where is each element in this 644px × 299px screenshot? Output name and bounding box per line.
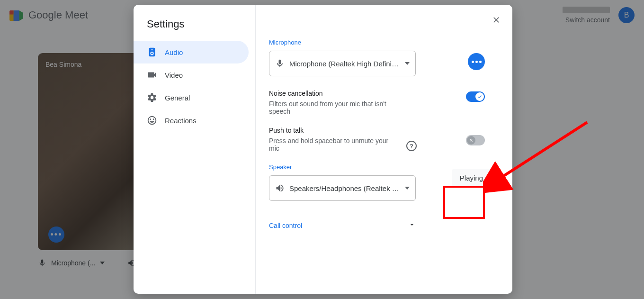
nav-label-general: General xyxy=(165,94,190,102)
videocam-icon xyxy=(147,70,157,80)
speaker-value: Speakers/Headphones (Realtek Hig... xyxy=(289,184,400,192)
close-icon xyxy=(492,15,501,25)
noise-cancellation-toggle[interactable] xyxy=(466,91,485,102)
nav-label-audio: Audio xyxy=(165,48,183,56)
nav-item-reactions[interactable]: Reactions xyxy=(134,109,249,132)
nav-item-audio[interactable]: Audio xyxy=(134,41,249,63)
call-control-label: Call control xyxy=(269,222,302,229)
push-title: Push to talk xyxy=(269,127,499,134)
microphone-value: Microphone (Realtek High Definitio... xyxy=(289,60,400,68)
push-to-talk-section: Push to talk Press and hold spacebar to … xyxy=(269,127,499,152)
caret-down-icon xyxy=(405,186,410,190)
check-icon xyxy=(477,94,482,99)
speaker-box-icon xyxy=(147,47,157,57)
noise-cancellation-section: Noise cancellation Filters out sound fro… xyxy=(269,90,499,115)
settings-panel: Microphone Microphone (Realtek High Defi… xyxy=(256,5,512,294)
nav-label-video: Video xyxy=(165,71,183,79)
noise-title: Noise cancellation xyxy=(269,90,499,97)
caret-down-icon xyxy=(405,61,410,66)
nav-item-general[interactable]: General xyxy=(134,86,249,109)
push-desc: Press and hold spacebar to unmute your m… xyxy=(269,137,392,152)
nav-item-video[interactable]: Video xyxy=(134,63,249,86)
chevron-down-icon xyxy=(408,221,416,230)
settings-modal: Settings Audio Video General Reactions M… xyxy=(134,5,512,294)
speaker-select[interactable]: Speakers/Headphones (Realtek Hig... xyxy=(269,175,416,201)
settings-title: Settings xyxy=(134,18,255,41)
push-to-talk-toggle[interactable] xyxy=(466,135,485,145)
microphone-select[interactable]: Microphone (Realtek High Definitio... xyxy=(269,51,416,76)
nav-label-reactions: Reactions xyxy=(165,117,197,125)
call-control-expand[interactable]: Call control xyxy=(269,221,416,230)
microphone-section: Microphone Microphone (Realtek High Defi… xyxy=(269,39,499,76)
emoji-icon xyxy=(147,115,157,126)
close-button[interactable] xyxy=(489,12,504,27)
microphone-label: Microphone xyxy=(269,39,499,46)
help-icon: ? xyxy=(406,141,417,151)
mic-level-indicator xyxy=(468,53,485,70)
x-icon xyxy=(469,138,474,143)
mic-icon xyxy=(275,59,285,68)
noise-desc: Filters out sound from your mic that isn… xyxy=(269,100,406,115)
settings-sidebar: Settings Audio Video General Reactions xyxy=(134,5,256,294)
volume-icon xyxy=(275,183,285,193)
speaker-test-button[interactable]: Playing xyxy=(452,169,491,187)
speaker-section: Speaker Speakers/Headphones (Realtek Hig… xyxy=(269,163,499,201)
gear-icon xyxy=(147,92,157,103)
push-help[interactable]: ? xyxy=(406,141,417,151)
speaker-test-label: Playing xyxy=(460,174,483,182)
